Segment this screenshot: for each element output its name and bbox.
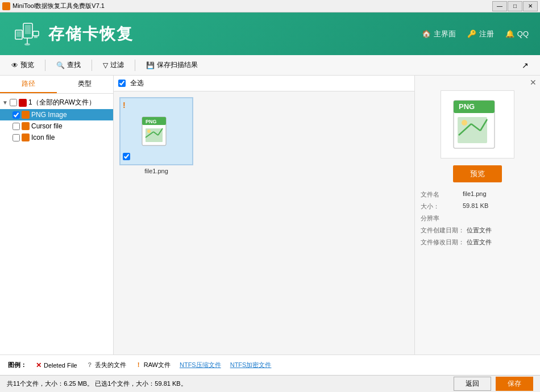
file-info-size-row: 大小： 59.81 KB	[421, 202, 534, 211]
save-scan-button[interactable]: 💾 保存扫描结果	[140, 58, 203, 72]
svg-rect-19	[458, 117, 487, 143]
preview-file-button[interactable]: 预览	[453, 165, 502, 182]
tab-type[interactable]: 类型	[57, 76, 114, 93]
png-image-icon	[22, 111, 30, 119]
toolbar-sep-2	[92, 60, 92, 71]
file-info-name-row: 文件名 file1.png	[421, 190, 534, 199]
toolbar-right: ↗	[516, 59, 534, 72]
select-all-checkbox[interactable]	[118, 80, 126, 87]
tab-path[interactable]: 路径	[0, 76, 57, 93]
tree-item-cursor[interactable]: Cursor file	[0, 120, 113, 132]
svg-text:PNG: PNG	[459, 102, 475, 111]
svg-point-7	[24, 43, 30, 45]
checkbox-icon-file[interactable]	[13, 134, 20, 141]
tree-item-icon[interactable]: Icon file	[0, 132, 113, 143]
toolbar-sep-1	[45, 60, 45, 71]
tree-item-png-image[interactable]: PNG Image	[0, 109, 113, 120]
created-label: 文件创建日期：	[421, 226, 464, 235]
nav-register-label: 注册	[479, 29, 494, 39]
status-info: 共11个文件，大小：6.25 MB。 已选1个文件，大小：59.81 KB。	[7, 380, 187, 388]
nav-qq-label: QQ	[517, 30, 529, 38]
modified-value: 位置文件	[467, 238, 492, 247]
file-thumbnail: ! PNG	[119, 97, 193, 165]
select-all-label: 全选	[130, 78, 144, 88]
toolbar-sep-3	[135, 60, 135, 71]
status-bar-buttons: 返回 保存	[454, 377, 533, 391]
checkbox-png-image[interactable]	[13, 111, 20, 119]
title-bar-left: MiniTool数据恢复工具免费版V7.1	[2, 2, 105, 10]
nav-register[interactable]: 🔑 注册	[467, 29, 494, 39]
warning-badge: !	[123, 101, 126, 110]
left-panel: 路径 类型 ▼ 1（全部的RAW文件） PNG Image Cursor fi	[0, 76, 114, 355]
app-title: MiniTool数据恢复工具免费版V7.1	[13, 2, 105, 10]
file-grid: ! PNG	[114, 91, 414, 355]
home-icon: 🏠	[422, 30, 431, 38]
svg-point-15	[147, 130, 151, 133]
filter-button[interactable]: ▽ 过滤	[97, 58, 130, 72]
minimize-button[interactable]: —	[492, 1, 507, 11]
back-button[interactable]: 返回	[454, 377, 491, 391]
preview-button[interactable]: 👁 预览	[6, 58, 40, 72]
svg-rect-5	[34, 36, 38, 38]
file-panel-header: 全选	[114, 76, 414, 91]
close-button[interactable]: ✕	[523, 1, 538, 11]
file-name: file1.png	[144, 168, 168, 174]
list-item[interactable]: ! PNG	[119, 97, 193, 174]
svg-text:PNG: PNG	[146, 119, 157, 124]
thumbnail-icon: PNG	[141, 116, 172, 147]
lost-marker: ？	[86, 361, 93, 369]
size-label: 大小：	[421, 202, 460, 211]
toolbar: 👁 预览 🔍 查找 ▽ 过滤 💾 保存扫描结果 ↗	[0, 55, 540, 76]
close-preview-button[interactable]: ✕	[530, 78, 537, 87]
raw-label: RAW文件	[144, 361, 171, 369]
ntfs-zip-label: NTFS压缩文件	[180, 361, 221, 369]
legend-title: 图例：	[8, 361, 27, 369]
ratio-label: 分辨率	[421, 214, 460, 223]
file-checkbox[interactable]	[123, 153, 130, 160]
status-bar: 共11个文件，大小：6.25 MB。 已选1个文件，大小：59.81 KB。 返…	[0, 375, 540, 392]
thumbnail-svg: PNG	[141, 116, 172, 147]
device-icon	[11, 20, 43, 48]
app-icon	[2, 2, 10, 10]
legend-bar: 图例： ✕ Deleted File ？ 丢失的文件 ！ RAW文件 NTFS压…	[0, 355, 540, 375]
svg-rect-3	[16, 31, 21, 37]
find-icon: 🔍	[56, 61, 65, 69]
tab-bar: 路径 类型	[0, 76, 113, 94]
find-button[interactable]: 🔍 查找	[51, 58, 86, 72]
deleted-label: Deleted File	[44, 362, 77, 369]
lost-label: 丢失的文件	[95, 361, 126, 369]
expand-arrow-root: ▼	[2, 99, 8, 106]
file-info-modified-row: 文件修改日期： 位置文件	[421, 238, 534, 247]
save-button[interactable]: 保存	[496, 377, 533, 391]
icon-file-icon	[22, 134, 30, 141]
checkbox-root[interactable]	[10, 99, 17, 106]
file-info-created-row: 文件创建日期： 位置文件	[421, 226, 534, 235]
maximize-button[interactable]: □	[508, 1, 522, 11]
nav-home[interactable]: 🏠 主界面	[422, 29, 456, 39]
register-icon: 🔑	[467, 30, 476, 38]
tree-area: ▼ 1（全部的RAW文件） PNG Image Cursor file	[0, 94, 113, 355]
preview-label: 预览	[20, 60, 34, 70]
right-panel: ✕ PNG 预览 文件名 file1.png 大小： 59.81 KB	[415, 76, 540, 355]
check-badge	[123, 153, 130, 162]
raw-marker: ！	[135, 361, 142, 369]
export-button[interactable]: ↗	[516, 59, 534, 72]
ntfs-enc-label: NTFS加密文件	[230, 361, 272, 369]
qq-icon: 🔔	[505, 30, 514, 38]
filter-icon: ▽	[103, 61, 108, 69]
save-scan-label: 保存扫描结果	[157, 60, 198, 70]
svg-rect-4	[33, 31, 39, 36]
svg-point-23	[462, 120, 467, 126]
checkbox-cursor[interactable]	[13, 123, 20, 130]
legend-ntfs-enc: NTFS加密文件	[230, 361, 272, 369]
header: 存储卡恢复 🏠 主界面 🔑 注册 🔔 QQ	[0, 12, 540, 55]
deleted-marker: ✕	[36, 361, 41, 369]
device-svg	[13, 20, 41, 48]
tree-item-root[interactable]: ▼ 1（全部的RAW文件）	[0, 96, 113, 109]
tree-item-cursor-label: Cursor file	[31, 122, 63, 130]
nav-qq[interactable]: 🔔 QQ	[505, 29, 529, 39]
find-label: 查找	[67, 60, 81, 70]
preview-icon: 👁	[11, 61, 18, 69]
cursor-icon	[22, 122, 30, 130]
legend-raw: ！ RAW文件	[135, 361, 171, 369]
